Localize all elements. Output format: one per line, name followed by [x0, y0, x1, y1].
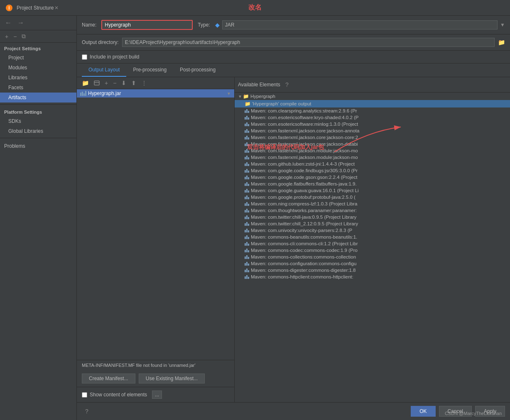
output-dir-input[interactable] — [122, 38, 495, 47]
sidebar-item-facets[interactable]: Facets — [0, 83, 76, 93]
available-compile-output[interactable]: 📁 'Hypergraph' compile output — [235, 100, 510, 107]
maven-label-10: Maven: com.google.code.gson:gson:2.2.4 (… — [251, 175, 357, 180]
available-group-hypergraph[interactable]: ▼ 📁 Hypergraph — [235, 93, 510, 100]
maven-icon-11 — [245, 182, 249, 186]
maven-icon-18 — [245, 229, 249, 232]
sidebar-item-sdks[interactable]: SDKs — [0, 116, 76, 126]
available-maven-0[interactable]: Maven: com.clearspring.analytics:stream:… — [235, 107, 510, 114]
tree-sort-btn[interactable]: ⋮ — [140, 79, 149, 87]
sidebar-nav: ← → — [0, 16, 76, 30]
maven-icon-19 — [245, 235, 249, 239]
show-content-checkbox[interactable] — [82, 392, 87, 398]
maven-label-7: Maven: com.fasterxml.jackson.module:jack… — [251, 155, 358, 160]
available-elements-help-button[interactable]: ? — [282, 80, 292, 90]
available-maven-22[interactable]: Maven: commons-collections:commons-colle… — [235, 254, 510, 260]
tab-pre-processing[interactable]: Pre-processing — [126, 63, 173, 77]
maven-icon-22 — [245, 255, 249, 259]
tree-add-btn[interactable]: + — [103, 79, 110, 87]
maven-label-1: Maven: com.esotericsoftware:kryo-shaded:… — [251, 115, 359, 120]
tree-remove-btn[interactable]: − — [111, 79, 118, 87]
more-options-button[interactable]: ... — [152, 391, 162, 399]
ok-button[interactable]: OK — [411, 406, 435, 417]
remove-artifact-button[interactable]: − — [12, 32, 18, 41]
add-artifact-button[interactable]: + — [3, 32, 10, 41]
jar-icon — [80, 91, 86, 96]
available-maven-20[interactable]: Maven: commons-cli:commons-cli:1.2 (Proj… — [235, 240, 510, 247]
available-maven-17[interactable]: Maven: com.twitter:chill_2.12:0.9.5 (Pro… — [235, 220, 510, 227]
available-maven-12[interactable]: Maven: com.google.guava:guava:16.0.1 (Pr… — [235, 187, 510, 194]
maven-icon-13 — [245, 195, 249, 199]
tree-move-up-btn[interactable]: ⬆ — [130, 79, 138, 87]
available-maven-11[interactable]: Maven: com.google.flatbuffers:flatbuffer… — [235, 181, 510, 187]
sidebar-item-project[interactable]: Project — [0, 53, 76, 63]
maven-label-22: Maven: commons-collections:commons-colle… — [251, 254, 356, 259]
jar-file-item[interactable]: Hypergraph.jar ▼ — [77, 89, 234, 98]
tab-post-processing[interactable]: Post-processing — [173, 63, 222, 77]
create-manifest-button[interactable]: Create Manifest... — [82, 374, 135, 383]
tree-jar-btn[interactable] — [92, 79, 101, 87]
available-maven-1[interactable]: Maven: com.esotericsoftware:kryo-shaded:… — [235, 114, 510, 121]
available-maven-8[interactable]: Maven: com.github.luben:zstd-jni:1.4.4-3… — [235, 161, 510, 167]
available-maven-15[interactable]: Maven: com.thoughtworks.paranamer:parana… — [235, 207, 510, 214]
available-maven-3[interactable]: Maven: com.fasterxml.jackson.core:jackso… — [235, 127, 510, 134]
available-maven-25[interactable]: Maven: commons-httpclient:commons-httpcl… — [235, 273, 510, 280]
artifact-name-input[interactable] — [101, 20, 193, 30]
maven-icon-7 — [245, 156, 249, 159]
maven-icon-3 — [245, 129, 249, 133]
maven-label-3: Maven: com.fasterxml.jackson.core:jackso… — [251, 128, 359, 133]
available-maven-5[interactable]: Maven: com.fasterxml.jackson.core:jackso… — [235, 141, 510, 147]
sidebar-toolbar: + − ⧉ — [0, 30, 76, 43]
available-maven-2[interactable]: Maven: com.esotericsoftware:minlog:1.3.0… — [235, 121, 510, 127]
tree-package-btn[interactable]: 📁 — [80, 79, 91, 87]
title-bar: I Project Structure 改名 ✕ — [0, 0, 510, 16]
sidebar-item-global-libraries[interactable]: Global Libraries — [0, 126, 76, 136]
include-build-checkbox[interactable] — [82, 54, 87, 60]
help-button[interactable]: ? — [82, 406, 92, 416]
available-maven-23[interactable]: Maven: commons-configuration:commons-con… — [235, 260, 510, 267]
name-type-row: Name: Type: ◆ JAR ▼ — [77, 16, 510, 34]
sidebar-item-problems[interactable]: Problems — [0, 140, 76, 151]
use-existing-manifest-button[interactable]: Use Existing Manifest... — [139, 374, 205, 383]
project-structure-dialog: I Project Structure 改名 ✕ ← → + − ⧉ Proje… — [0, 0, 510, 420]
maven-label-11: Maven: com.google.flatbuffers:flatbuffer… — [251, 181, 357, 186]
available-maven-19[interactable]: Maven: commons-beanutils:commons-beanuti… — [235, 234, 510, 240]
maven-icon-24 — [245, 269, 249, 272]
available-maven-18[interactable]: Maven: com.univocity:univocity-parsers:2… — [235, 227, 510, 234]
available-maven-16[interactable]: Maven: com.twitter:chill-java:0.9.5 (Pro… — [235, 214, 510, 220]
compile-output-icon: 📁 — [245, 101, 250, 107]
main-content: Name: Type: ◆ JAR ▼ Output directory: 📁 — [77, 16, 510, 420]
maven-label-6: Maven: com.fasterxml.jackson.module:jack… — [251, 148, 358, 153]
type-select[interactable]: JAR — [222, 20, 498, 29]
tab-output-layout[interactable]: Output Layout — [82, 63, 126, 77]
available-elements-title: Available Elements — [238, 82, 280, 88]
manifest-buttons-row: Create Manifest... Use Existing Manifest… — [77, 370, 234, 387]
available-maven-10[interactable]: Maven: com.google.code.gson:gson:2.2.4 (… — [235, 174, 510, 181]
maven-icon-9 — [245, 169, 249, 173]
include-build-row: Include in project build — [77, 51, 510, 63]
sidebar: ← → + − ⧉ Project Settings Project Modul… — [0, 16, 77, 420]
maven-label-14: Maven: com.ning:compress-lzf:1.0.3 (Proj… — [251, 201, 357, 206]
available-maven-9[interactable]: Maven: com.google.code.findbugs:jsr305:3… — [235, 167, 510, 174]
sidebar-item-artifacts[interactable]: Artifacts — [0, 93, 76, 103]
copy-artifact-button[interactable]: ⧉ — [20, 32, 27, 41]
close-btn[interactable]: ✕ — [54, 5, 59, 11]
available-maven-21[interactable]: Maven: commons-codec:commons-codec:1.9 (… — [235, 247, 510, 254]
maven-icon-15 — [245, 209, 249, 212]
maven-label-24: Maven: commons-digester:commons-digester… — [251, 268, 356, 273]
available-maven-6[interactable]: Maven: com.fasterxml.jackson.module:jack… — [235, 147, 510, 154]
available-maven-13[interactable]: Maven: com.google.protobuf:protobuf-java… — [235, 194, 510, 200]
available-maven-24[interactable]: Maven: commons-digester:commons-digester… — [235, 267, 510, 273]
forward-button[interactable]: → — [16, 18, 26, 27]
sidebar-item-libraries[interactable]: Libraries — [0, 73, 76, 83]
available-maven-4[interactable]: Maven: com.fasterxml.jackson.core:jackso… — [235, 134, 510, 141]
tree-move-down-btn[interactable]: ⬇ — [120, 79, 128, 87]
title-bar-text: Project Structure — [17, 5, 54, 11]
maven-icon-20 — [245, 242, 249, 246]
back-button[interactable]: ← — [3, 18, 13, 27]
maven-icon-4 — [245, 136, 249, 139]
project-settings-label: Project Settings — [0, 43, 76, 53]
available-maven-7[interactable]: Maven: com.fasterxml.jackson.module:jack… — [235, 154, 510, 161]
available-maven-14[interactable]: Maven: com.ning:compress-lzf:1.0.3 (Proj… — [235, 200, 510, 207]
browse-folder-button[interactable]: 📁 — [498, 39, 505, 46]
sidebar-item-modules[interactable]: Modules — [0, 63, 76, 73]
